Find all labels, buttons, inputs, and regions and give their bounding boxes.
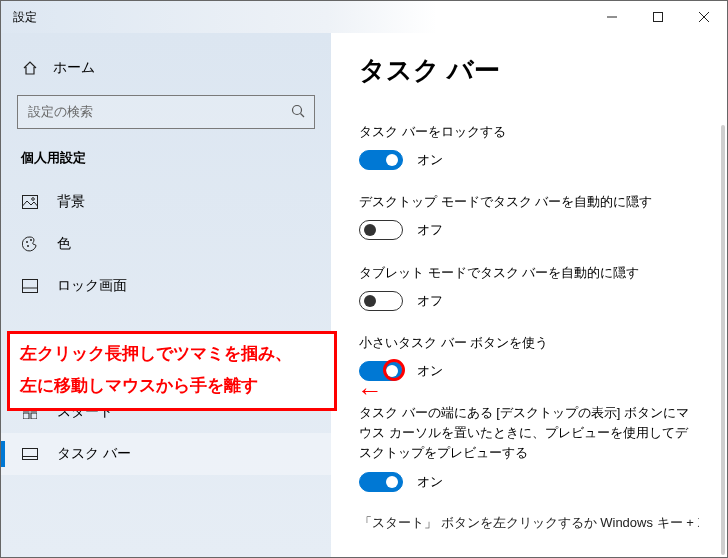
sidebar-item-label: ロック画面 bbox=[57, 277, 127, 295]
annotation-line2: 左に移動しマウスから手を離す bbox=[20, 374, 324, 398]
home-label: ホーム bbox=[53, 59, 95, 77]
svg-rect-6 bbox=[23, 196, 38, 209]
sidebar-item-label: 色 bbox=[57, 235, 71, 253]
taskbar-icon bbox=[21, 448, 39, 460]
toggle-lock-taskbar[interactable] bbox=[359, 150, 403, 170]
toggle-state: オフ bbox=[417, 220, 443, 240]
page-title: タスク バー bbox=[359, 53, 699, 88]
sidebar: ホーム 設定の検索 個人用設定 背景 色 bbox=[1, 33, 331, 557]
setting-label: タスク バーの端にある [デスクトップの表示] ボタンにマウス カーソルを置いた… bbox=[359, 403, 699, 463]
sidebar-item-label: タスク バー bbox=[57, 445, 131, 463]
window-controls bbox=[589, 1, 727, 33]
search-icon bbox=[290, 103, 306, 122]
setting-label: タスク バーをロックする bbox=[359, 122, 699, 142]
svg-rect-17 bbox=[23, 449, 38, 460]
toggle-small-buttons[interactable] bbox=[359, 361, 403, 381]
close-button[interactable] bbox=[681, 1, 727, 33]
svg-rect-12 bbox=[23, 288, 38, 293]
svg-rect-11 bbox=[23, 280, 38, 293]
sidebar-item-colors[interactable]: 色 bbox=[1, 223, 331, 265]
cutoff-text: 「スタート」 ボタンを左クリックするか Windows キー + X キ bbox=[359, 514, 699, 532]
svg-point-8 bbox=[26, 241, 28, 243]
toggle-state: オン bbox=[417, 150, 443, 170]
search-placeholder: 設定の検索 bbox=[28, 103, 93, 121]
svg-point-10 bbox=[30, 239, 32, 241]
window-title: 設定 bbox=[13, 9, 589, 26]
setting-peek-preview: タスク バーの端にある [デスクトップの表示] ボタンにマウス カーソルを置いた… bbox=[359, 403, 699, 492]
section-title: 個人用設定 bbox=[1, 145, 331, 181]
svg-rect-1 bbox=[654, 13, 663, 22]
setting-label: タブレット モードでタスク バーを自動的に隠す bbox=[359, 263, 699, 283]
svg-rect-15 bbox=[23, 413, 29, 419]
home-icon bbox=[21, 60, 39, 76]
minimize-button[interactable] bbox=[589, 1, 635, 33]
toggle-state: オン bbox=[417, 361, 443, 381]
svg-point-4 bbox=[293, 105, 302, 114]
image-icon bbox=[21, 195, 39, 209]
toggle-state: オフ bbox=[417, 291, 443, 311]
setting-small-buttons: 小さいタスク バー ボタンを使う オン ← bbox=[359, 333, 699, 381]
toggle-state: オン bbox=[417, 472, 443, 492]
toggle-autohide-tablet[interactable] bbox=[359, 291, 403, 311]
sidebar-item-background[interactable]: 背景 bbox=[1, 181, 331, 223]
palette-icon bbox=[21, 236, 39, 252]
lockscreen-icon bbox=[21, 279, 39, 293]
home-nav[interactable]: ホーム bbox=[1, 53, 331, 95]
titlebar: 設定 bbox=[1, 1, 727, 33]
toggle-peek-preview[interactable] bbox=[359, 472, 403, 492]
setting-label: デスクトップ モードでタスク バーを自動的に隠す bbox=[359, 192, 699, 212]
svg-point-9 bbox=[27, 245, 29, 247]
svg-line-5 bbox=[301, 113, 305, 117]
sidebar-item-taskbar[interactable]: タスク バー bbox=[1, 433, 331, 475]
sidebar-item-label: 背景 bbox=[57, 193, 85, 211]
setting-lock-taskbar: タスク バーをロックする オン bbox=[359, 122, 699, 170]
scrollbar[interactable] bbox=[721, 125, 725, 555]
sidebar-item-lockscreen[interactable]: ロック画面 bbox=[1, 265, 331, 307]
svg-point-7 bbox=[32, 198, 35, 201]
svg-rect-16 bbox=[31, 413, 37, 419]
setting-autohide-tablet: タブレット モードでタスク バーを自動的に隠す オフ bbox=[359, 263, 699, 311]
search-input[interactable]: 設定の検索 bbox=[17, 95, 315, 129]
content-pane: タスク バー タスク バーをロックする オン デスクトップ モードでタスク バー… bbox=[331, 33, 727, 557]
annotation-line1: 左クリック長押しでツマミを掴み、 bbox=[20, 342, 324, 366]
toggle-autohide-desktop[interactable] bbox=[359, 220, 403, 240]
annotation-callout: 左クリック長押しでツマミを掴み、 左に移動しマウスから手を離す bbox=[7, 331, 337, 411]
maximize-button[interactable] bbox=[635, 1, 681, 33]
setting-label: 小さいタスク バー ボタンを使う bbox=[359, 333, 699, 353]
setting-autohide-desktop: デスクトップ モードでタスク バーを自動的に隠す オフ bbox=[359, 192, 699, 240]
